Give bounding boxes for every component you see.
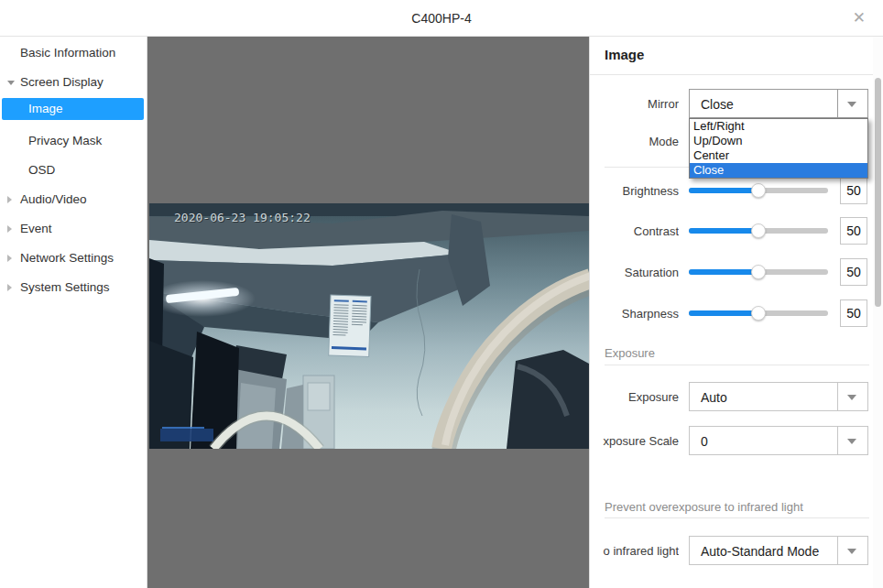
brightness-slider[interactable]	[689, 188, 828, 193]
slider-thumb[interactable]	[751, 265, 766, 279]
slider-fill	[689, 228, 758, 234]
saturation-label: Saturation	[590, 266, 679, 279]
slider-thumb[interactable]	[751, 223, 766, 238]
exposure-scale-dropdown[interactable]: 0	[689, 426, 868, 455]
exposure-scale-dropdown-button[interactable]	[837, 427, 867, 454]
sidebar-item-audio-video[interactable]: Audio/Video	[0, 185, 147, 214]
sharpness-value[interactable]: 50	[840, 299, 867, 327]
divider	[605, 365, 869, 365]
slider-fill	[689, 269, 758, 275]
chevron-right-icon	[7, 255, 12, 262]
mirror-value: Close	[701, 97, 734, 112]
brightness-value[interactable]: 50	[840, 177, 867, 204]
sidebar: Basic Information Screen Display Image P…	[0, 37, 147, 588]
option-up-down[interactable]: Up/Down	[690, 134, 867, 148]
brightness-label: Brightness	[590, 184, 679, 198]
chevron-right-icon	[7, 225, 12, 233]
video-timestamp: 2020-06-23 19:05:22	[174, 211, 311, 224]
mirror-dropdown[interactable]: Close	[689, 89, 868, 118]
exposure-section-title: Exposure	[605, 346, 655, 360]
window-title: C400HP-4	[0, 11, 883, 26]
contrast-slider[interactable]	[689, 228, 828, 234]
option-close[interactable]: Close	[690, 163, 867, 178]
infrared-section-title: Prevent overexposure to infrared light	[605, 500, 803, 514]
mirror-label: Mirror	[590, 97, 679, 111]
exposure-label: Exposure	[590, 390, 679, 404]
saturation-value[interactable]: 50	[840, 258, 867, 286]
sidebar-item-screen-display[interactable]: Screen Display	[0, 68, 147, 97]
close-icon[interactable]: ✕	[853, 9, 866, 27]
contrast-label: Contrast	[590, 224, 679, 238]
exposure-value: Auto	[701, 390, 727, 405]
infrared-label: o infrared light	[590, 544, 679, 558]
contrast-value[interactable]: 50	[840, 217, 867, 245]
titlebar: C400HP-4 ✕	[0, 0, 883, 37]
mirror-dropdown-button[interactable]	[837, 90, 867, 117]
divider	[590, 74, 883, 75]
slider-thumb[interactable]	[751, 306, 766, 321]
panel-title: Image	[605, 47, 644, 62]
camera-feed-image: 2020-06-23 19:05:22 2020-06-23 19:05:22	[149, 203, 589, 449]
chevron-right-icon	[7, 284, 12, 291]
sidebar-item-network-settings[interactable]: Network Settings	[0, 244, 147, 273]
sharpness-slider[interactable]	[689, 310, 828, 316]
slider-fill	[689, 310, 758, 316]
infrared-dropdown[interactable]: Auto-Standard Mode	[689, 536, 868, 565]
camera-settings-window: C400HP-4 ✕ Basic Information Screen Disp…	[0, 0, 883, 588]
chevron-right-icon	[7, 196, 12, 203]
sharpness-label: Sharpness	[590, 307, 679, 321]
exposure-scale-value: 0	[701, 434, 708, 449]
video-backdrop: 2020-06-23 19:05:22 2020-06-23 19:05:22	[147, 37, 589, 588]
sidebar-item-osd[interactable]: OSD	[0, 156, 147, 185]
mirror-options-list: Left/Right Up/Down Center Close	[689, 118, 868, 179]
camera-live-view: 2020-06-23 19:05:22 2020-06-23 19:05:22	[149, 203, 589, 449]
sidebar-item-image[interactable]: Image	[2, 98, 144, 120]
chevron-down-icon	[847, 549, 856, 554]
infrared-value: Auto-Standard Mode	[701, 544, 819, 559]
sidebar-item-basic-information[interactable]: Basic Information	[0, 38, 147, 68]
exposure-dropdown-button[interactable]	[837, 383, 867, 410]
saturation-slider[interactable]	[689, 269, 828, 275]
slider-fill	[689, 188, 758, 193]
image-settings-panel: Image Mirror Close Mode Left/Right Up/Do…	[589, 37, 883, 588]
sidebar-item-system-settings[interactable]: System Settings	[0, 273, 147, 302]
sidebar-item-privacy-mask[interactable]: Privacy Mask	[0, 126, 147, 156]
exposure-dropdown[interactable]: Auto	[689, 382, 868, 411]
chevron-down-icon	[847, 102, 856, 107]
panel-scrollbar-thumb[interactable]	[875, 78, 881, 307]
divider	[605, 517, 869, 518]
mode-label: Mode	[590, 135, 679, 148]
option-left-right[interactable]: Left/Right	[690, 119, 867, 134]
wall-poster	[329, 295, 371, 356]
chevron-down-icon	[847, 395, 856, 400]
exposure-scale-label: xposure Scale	[590, 434, 679, 448]
chevron-down-icon	[847, 439, 856, 444]
sidebar-item-event[interactable]: Event	[0, 214, 147, 244]
chevron-down-icon	[7, 81, 15, 85]
infrared-dropdown-button[interactable]	[837, 537, 867, 564]
option-center[interactable]: Center	[690, 148, 867, 163]
slider-thumb[interactable]	[751, 183, 766, 198]
